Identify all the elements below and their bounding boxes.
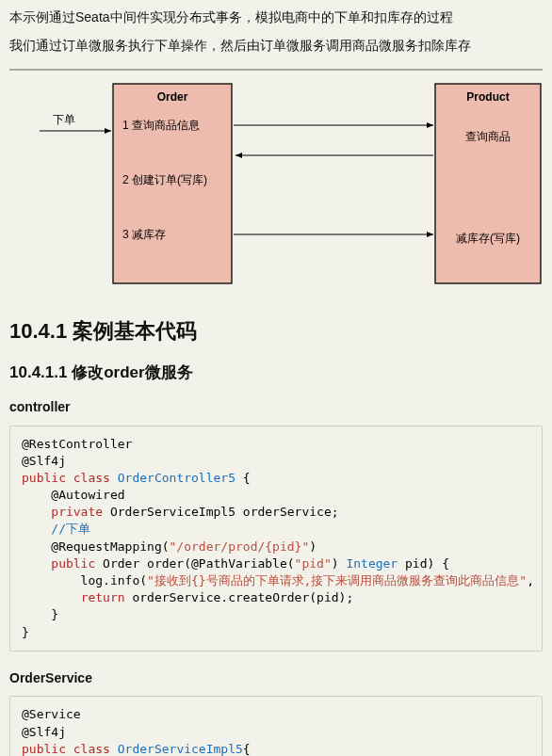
code-block-controller: @RestController @Slf4j public class Orde… (9, 426, 543, 651)
heading-orderservice: OrderService (9, 668, 543, 689)
heading-10-4-1: 10.4.1 案例基本代码 (9, 315, 543, 347)
heading-controller: controller (9, 397, 543, 418)
intro-paragraph-1: 本示例通过Seata中间件实现分布式事务，模拟电商中的下单和扣库存的过程 (9, 8, 543, 28)
product-title: Product (466, 90, 509, 104)
arrow-in-label: 下单 (53, 113, 75, 126)
product-step-1: 查询商品 (465, 130, 511, 143)
intro-paragraph-2: 我们通过订单微服务执行下单操作，然后由订单微服务调用商品微服务扣除库存 (9, 36, 543, 56)
product-step-2: 减库存(写库) (456, 232, 520, 245)
code-block-orderservice: @Service @Slf4j public class OrderServic… (9, 696, 543, 756)
sequence-diagram: Order 1 查询商品信息 2 创建订单(写库) 3 减库存 Product … (9, 69, 543, 295)
order-step-2: 2 创建订单(写库) (122, 173, 207, 186)
order-title: Order (157, 90, 188, 104)
order-step-1: 1 查询商品信息 (122, 119, 200, 132)
heading-10-4-1-1: 10.4.1.1 修改order微服务 (9, 361, 543, 385)
product-box (435, 84, 541, 283)
order-step-3: 3 减库存 (122, 228, 166, 241)
